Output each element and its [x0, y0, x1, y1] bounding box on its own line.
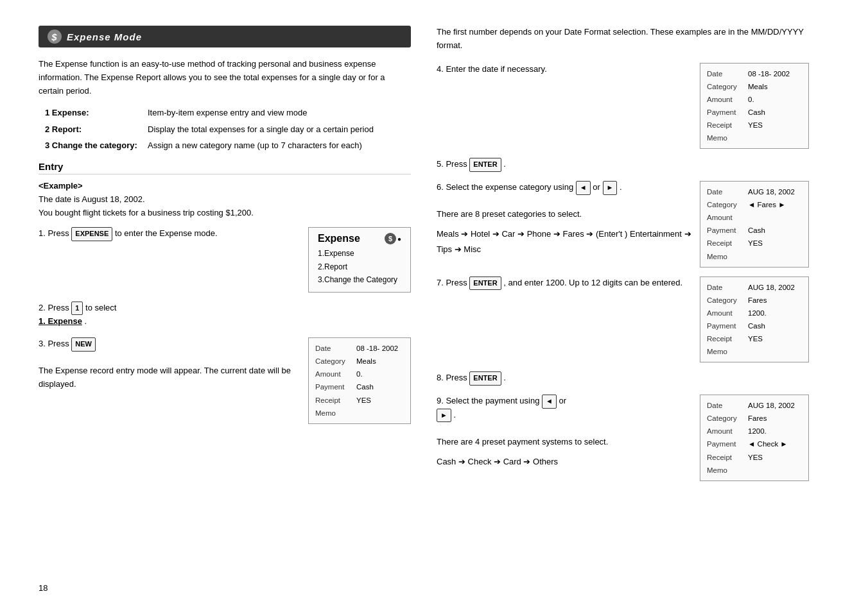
- step-9-sub: There are 4 preset payment systems to se…: [437, 437, 608, 446]
- record-row: Receipt YES: [707, 237, 795, 250]
- record-row: Payment Cash: [315, 380, 398, 393]
- record-row: Memo: [315, 407, 398, 420]
- record-row: Payment ◄ Check ►: [707, 438, 795, 450]
- record-value: Meals: [354, 355, 398, 368]
- mode-item-expense: 1 Expense: Item-by-item expense entry an…: [45, 106, 411, 119]
- record-label: Date: [707, 399, 745, 412]
- record-row: Date AUG 18, 2002: [707, 185, 795, 198]
- expense-dollar-icon: $ ●: [385, 233, 401, 244]
- key-enter-7: ENTER: [469, 276, 501, 291]
- record-row: Amount 1200.: [707, 425, 795, 438]
- record-label: Category: [707, 80, 745, 93]
- step-4-num: 4. Enter the date if necessary.: [437, 64, 547, 74]
- record-label: Date: [707, 281, 745, 294]
- record-value: YES: [745, 332, 795, 345]
- expense-key: EXPENSE: [71, 227, 112, 241]
- record-row: Payment Cash: [707, 224, 795, 237]
- expense-mode-header: $ Expense Mode: [39, 26, 411, 47]
- payment-flow: Cash ➔ Check ➔ Card ➔ Others: [437, 454, 693, 469]
- record-value: Cash: [354, 380, 398, 393]
- record-row: Date AUG 18, 2002: [707, 281, 795, 294]
- step-8: 8. Press ENTER .: [437, 371, 809, 386]
- record-value: AUG 18, 2002: [745, 399, 795, 412]
- record-row: Amount 1200.: [707, 307, 795, 319]
- mode-desc-category: Assign a new category name (up to 7 char…: [148, 139, 411, 152]
- record-value: [745, 250, 795, 263]
- record-label: Payment: [315, 380, 354, 393]
- record-label: Date: [707, 185, 745, 198]
- step-1: 1. Press EXPENSE to enter the Expense mo…: [39, 227, 411, 292]
- record-value: YES: [354, 394, 398, 407]
- key-enter-5: ENTER: [469, 158, 501, 172]
- record-value: AUG 18, 2002: [745, 281, 795, 294]
- step-7-after: , and enter 1200. Up to 12 digits can be…: [503, 278, 682, 287]
- step-1-content: 1. Press EXPENSE to enter the Expense mo…: [39, 227, 300, 241]
- mode-label-report: 2 Report:: [45, 123, 148, 136]
- record-value: [745, 464, 795, 477]
- record-box-step6: Date AUG 18, 2002 Category ◄ Fares ► Amo…: [700, 181, 809, 268]
- record-row: Amount 0.: [707, 93, 790, 106]
- record-row: Amount: [707, 211, 795, 224]
- dollar-icon: $: [48, 30, 62, 44]
- record-row: Receipt YES: [707, 332, 795, 345]
- step-6-sub: There are 8 preset categories to select.: [437, 209, 582, 219]
- key-new: NEW: [71, 337, 96, 352]
- record-row: Category ◄ Fares ►: [707, 198, 795, 211]
- step-5-period: .: [503, 159, 506, 169]
- mode-list: 1 Expense: Item-by-item expense entry an…: [39, 106, 411, 152]
- step-5-content: 5. Press ENTER .: [437, 158, 809, 172]
- record-label: Category: [315, 355, 354, 368]
- record-row: Category Meals: [315, 355, 398, 368]
- example-line-1: The date is August 18, 2002.: [39, 193, 411, 207]
- mode-item-report: 2 Report: Display the total expenses for…: [45, 123, 411, 136]
- record-row: Memo: [707, 250, 795, 263]
- record-row: Date 08 -18- 2002: [707, 67, 790, 80]
- record-value: Cash: [745, 106, 790, 119]
- record-row: Memo: [707, 464, 795, 477]
- record-label: Memo: [707, 250, 745, 263]
- step-3-side: Date 08 -18- 2002 Category Meals Amount …: [308, 337, 411, 424]
- record-box-step7: Date AUG 18, 2002 Category Fares Amount …: [700, 276, 809, 363]
- page-number: 18: [39, 583, 48, 593]
- record-row: Receipt YES: [707, 451, 795, 464]
- step-6-text: 6. Select the expense category using: [437, 182, 576, 192]
- record-value: [745, 132, 790, 144]
- record-label: Category: [707, 294, 745, 307]
- record-value: AUG 18, 2002: [745, 185, 795, 198]
- record-row: Memo: [707, 345, 795, 358]
- step-9-text: 9. Select the payment using: [437, 396, 542, 405]
- record-box-step9: Date AUG 18, 2002 Category Fares Amount …: [700, 395, 809, 481]
- step-9-content: 9. Select the payment using ◄ or ► . The…: [437, 395, 693, 472]
- record-value: 1200.: [745, 307, 795, 319]
- step-8-period: .: [503, 373, 506, 382]
- entry-section-title: Entry: [39, 161, 411, 174]
- key-left-6: ◄: [576, 181, 591, 195]
- key-right-9: ►: [437, 409, 451, 423]
- step-8-content: 8. Press ENTER .: [437, 371, 809, 386]
- record-value: Fares: [745, 294, 795, 307]
- record-value: YES: [745, 451, 795, 464]
- category-flow: Meals ➔ Hotel ➔ Car ➔ Phone ➔ Fares ➔ (E…: [437, 226, 693, 257]
- record-label: Amount: [315, 368, 354, 380]
- step-2-content: 2. Press 1 to select 1. Expense .: [39, 302, 411, 328]
- step-1-num: 1. Press: [39, 228, 71, 238]
- record-label: Category: [707, 412, 745, 425]
- key-left-9: ◄: [542, 395, 557, 409]
- record-label: Memo: [707, 132, 745, 144]
- record-row: Payment Cash: [707, 106, 790, 119]
- step-1-after: to enter the Expense mode.: [115, 228, 218, 238]
- record-label: Receipt: [707, 237, 745, 250]
- record-value: Meals: [745, 80, 790, 93]
- step-2-period: .: [85, 316, 87, 326]
- step-2-after: to select: [85, 303, 116, 312]
- record-label: Payment: [707, 438, 745, 450]
- step-3-content: 3. Press NEW The Expense record entry mo…: [39, 337, 300, 391]
- step-4: 4. Enter the date if necessary. Date 08 …: [437, 63, 809, 149]
- dollar-circle: $: [385, 233, 396, 244]
- step-7: 7. Press ENTER , and enter 1200. Up to 1…: [437, 276, 809, 363]
- step-7-side: Date AUG 18, 2002 Category Fares Amount …: [700, 276, 809, 363]
- step-6: 6. Select the expense category using ◄ o…: [437, 181, 809, 268]
- expense-mode-title: Expense Mode: [67, 31, 142, 42]
- record-label: Amount: [707, 425, 745, 438]
- record-row: Amount 0.: [315, 368, 398, 380]
